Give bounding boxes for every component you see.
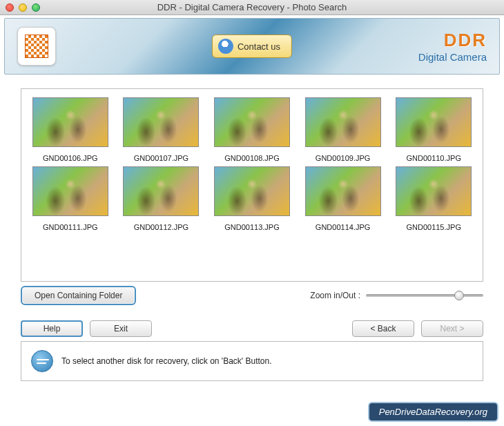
header-banner: Contact us DDR Digital Camera xyxy=(4,18,500,75)
help-button[interactable]: Help xyxy=(21,320,83,337)
thumbnail-filename: GND00107.JPG xyxy=(134,154,188,162)
person-icon xyxy=(218,39,233,54)
zoom-control: Zoom in/Out : xyxy=(310,291,483,300)
thumbnail-item[interactable]: GND00112.JPG xyxy=(117,166,206,231)
brand-main: DDR xyxy=(418,30,487,51)
thumbnail-filename: GND00115.JPG xyxy=(406,223,461,231)
brand-sub: Digital Camera xyxy=(418,51,487,63)
thumbnails-grid: GND00106.JPG GND00107.JPG GND00108.JPG G… xyxy=(26,97,478,231)
thumbnail-filename: GND00106.JPG xyxy=(43,154,97,162)
thumbnail-filename: GND00110.JPG xyxy=(406,154,461,162)
thumbnails-panel[interactable]: GND00106.JPG GND00107.JPG GND00108.JPG G… xyxy=(21,88,483,282)
hint-text: To select another disk for recovery, cli… xyxy=(61,356,272,366)
thumbnail-filename: GND00113.JPG xyxy=(224,223,279,231)
thumbnail-item[interactable]: GND00107.JPG xyxy=(117,97,206,162)
thumbnail-image xyxy=(305,97,381,147)
thumbnail-item[interactable]: GND00111.JPG xyxy=(26,166,115,231)
watermark-badge: PenDriveDataRecovery.org xyxy=(368,402,498,422)
thumbnail-item[interactable]: GND00110.JPG xyxy=(389,97,478,162)
nav-row: Help Exit < Back Next > xyxy=(21,320,483,337)
thumbnail-item[interactable]: GND00115.JPG xyxy=(389,166,478,231)
app-logo xyxy=(17,27,56,66)
zoom-slider[interactable] xyxy=(366,294,483,297)
window-title: DDR - Digital Camera Recovery - Photo Se… xyxy=(0,2,504,12)
thumbnail-filename: GND00112.JPG xyxy=(134,223,188,231)
contact-us-button[interactable]: Contact us xyxy=(212,35,292,58)
thumbnail-image xyxy=(396,97,472,147)
thumbnail-image xyxy=(32,97,108,147)
thumbnail-image xyxy=(305,166,381,216)
thumbnail-image xyxy=(123,166,199,216)
exit-button[interactable]: Exit xyxy=(90,320,152,337)
thumbnail-image xyxy=(396,166,472,216)
thumbnail-filename: GND00108.JPG xyxy=(224,154,279,162)
main-area: GND00106.JPG GND00107.JPG GND00108.JPG G… xyxy=(21,88,483,305)
below-thumbs-row: Open Containing Folder Zoom in/Out : xyxy=(21,286,483,305)
contact-us-label: Contact us xyxy=(238,41,280,52)
thumbnail-item[interactable]: GND00109.JPG xyxy=(298,97,388,162)
thumbnail-image xyxy=(214,97,290,147)
thumbnail-filename: GND00111.JPG xyxy=(43,223,97,231)
titlebar: DDR - Digital Camera Recovery - Photo Se… xyxy=(0,0,504,15)
app-logo-icon xyxy=(25,35,48,58)
zoom-label: Zoom in/Out : xyxy=(310,291,360,300)
hint-box: To select another disk for recovery, cli… xyxy=(21,341,483,381)
thumbnail-filename: GND00114.JPG xyxy=(316,223,370,231)
thumbnail-image xyxy=(123,97,199,147)
brand-block: DDR Digital Camera xyxy=(418,30,487,63)
thumbnail-item[interactable]: GND00114.JPG xyxy=(298,166,388,231)
back-button[interactable]: < Back xyxy=(352,320,414,337)
open-containing-folder-button[interactable]: Open Containing Folder xyxy=(21,286,136,305)
zoom-slider-thumb[interactable] xyxy=(454,291,464,300)
thumbnail-image xyxy=(32,166,108,216)
thumbnail-image xyxy=(214,166,290,216)
thumbnail-item[interactable]: GND00106.JPG xyxy=(26,97,115,162)
thumbnail-item[interactable]: GND00108.JPG xyxy=(207,97,297,162)
speech-bubble-icon xyxy=(31,350,53,372)
next-button: Next > xyxy=(421,320,483,337)
thumbnail-filename: GND00109.JPG xyxy=(316,154,370,162)
thumbnail-item[interactable]: GND00113.JPG xyxy=(207,166,297,231)
